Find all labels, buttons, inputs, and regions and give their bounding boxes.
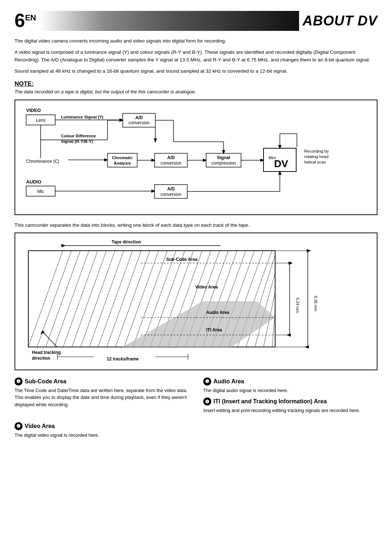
header-gradient	[40, 11, 299, 31]
svg-text:conversion: conversion	[160, 192, 181, 197]
svg-text:Head tracking: Head tracking	[32, 350, 61, 355]
area-desc-audio: The digital audio signal is recorded her…	[203, 387, 377, 394]
svg-text:DV: DV	[274, 158, 288, 169]
page-number: 6EN	[15, 11, 36, 30]
svg-text:ITI Area: ITI Area	[206, 327, 222, 332]
area-item-audio: ❸ Audio Area The digital audio signal is…	[203, 378, 377, 414]
area-number-3: ❸	[203, 378, 211, 386]
svg-text:Recording by: Recording by	[304, 149, 329, 153]
svg-text:A/D: A/D	[135, 115, 143, 120]
area-number-2: ❷	[15, 422, 23, 430]
paragraph-1: The digital video camera converts incomi…	[15, 37, 377, 45]
svg-text:Analysis: Analysis	[114, 161, 131, 165]
svg-text:direction: direction	[32, 356, 50, 361]
svg-text:Lens: Lens	[36, 118, 45, 123]
page-header: 6EN ABOUT DV	[15, 11, 377, 31]
svg-text:A/D: A/D	[167, 155, 175, 160]
note-text: The data recorded on a tape is digital, …	[15, 89, 377, 94]
svg-text:Audio Area: Audio Area	[206, 310, 229, 315]
area-name-iti: ITI (Insert and Tracking Information) Ar…	[213, 398, 327, 405]
note-section: NOTE: The data recorded on a tape is dig…	[15, 80, 377, 94]
svg-text:Signal: Signal	[217, 155, 230, 160]
area-desc-iti: Insert editing and post-recording editin…	[203, 407, 377, 414]
area-name-audio: Audio Area	[213, 378, 244, 385]
area-number-4: ❹	[203, 397, 211, 405]
signal-flow-svg: VIDEO Lens Luminance Signal (Y) Colour D…	[21, 105, 377, 211]
svg-text:compression: compression	[211, 161, 236, 166]
area-name-video: Video Area	[25, 423, 55, 429]
area-desc-subcode: The Time Code and Date/Time data are wri…	[15, 387, 189, 408]
areas-grid: ❶ Sub-Code Area The Time Code and Date/T…	[15, 378, 377, 443]
svg-text:Colour Difference: Colour Difference	[61, 134, 96, 138]
area-item-video: ❷ Video Area The digital video signal is…	[15, 422, 189, 439]
paragraph-2: A video signal is composed of a luminanc…	[15, 49, 377, 64]
svg-text:A/D: A/D	[167, 186, 175, 191]
area-desc-video: The digital video signal is recorded her…	[15, 432, 189, 439]
svg-text:12 tracks/frame: 12 tracks/frame	[107, 356, 139, 362]
area-title-subcode: ❶ Sub-Code Area	[15, 378, 189, 386]
area-title-audio: ❸ Audio Area	[203, 378, 377, 386]
note-title: NOTE:	[15, 80, 377, 88]
svg-text:conversion: conversion	[128, 120, 150, 125]
svg-text:helical scan: helical scan	[304, 160, 326, 164]
svg-text:Mic: Mic	[37, 189, 44, 194]
paragraph-3: Sound sampled at 48 kHz is changed to a …	[15, 68, 377, 75]
area-item-subcode: ❶ Sub-Code Area The Time Code and Date/T…	[15, 378, 189, 414]
area-number-1: ❶	[15, 378, 23, 386]
svg-text:Tape direction: Tape direction	[111, 239, 141, 245]
separator-text: This camcorder separates the data into b…	[15, 222, 377, 229]
signal-flow-diagram: VIDEO Lens Luminance Signal (Y) Colour D…	[15, 100, 377, 215]
page-title: ABOUT DV	[303, 13, 377, 29]
svg-text:VIDEO: VIDEO	[26, 108, 41, 113]
svg-text:Luminance Signal (Y): Luminance Signal (Y)	[61, 115, 103, 119]
svg-text:rotating head: rotating head	[304, 154, 328, 159]
area-title-video: ❷ Video Area	[15, 422, 189, 430]
tape-diagram: Tape direction	[15, 233, 377, 370]
svg-text:Video Area: Video Area	[195, 284, 218, 290]
svg-text:Chrominance (C): Chrominance (C)	[26, 159, 59, 164]
svg-text:6.35 mm: 6.35 mm	[314, 296, 318, 311]
area-name-subcode: Sub-Code Area	[25, 378, 66, 385]
svg-text:5.24 mm: 5.24 mm	[295, 298, 300, 313]
svg-text:Chromatic: Chromatic	[112, 156, 133, 160]
tape-diagram-svg: Tape direction	[21, 238, 369, 365]
svg-text:Sub-Code Area: Sub-Code Area	[166, 257, 198, 262]
area-title-iti: ❹ ITI (Insert and Tracking Information) …	[203, 397, 377, 405]
svg-text:AUDIO: AUDIO	[26, 179, 41, 185]
svg-text:conversion: conversion	[160, 161, 181, 166]
